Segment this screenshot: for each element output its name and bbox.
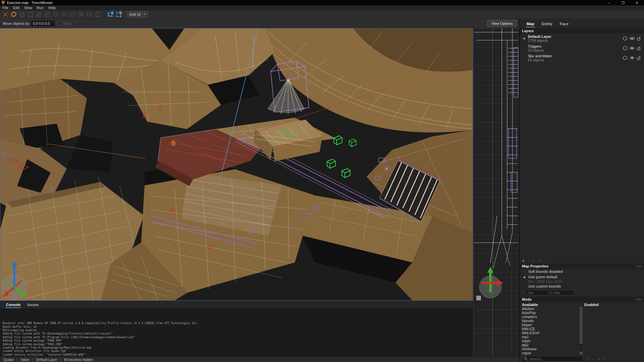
edge-tool-icon[interactable]	[35, 11, 43, 18]
radio-icon[interactable]	[523, 270, 526, 273]
map-properties-hide-link[interactable]: hide	[635, 264, 642, 268]
layer-row-triggers[interactable]: Triggers 33 objects	[520, 43, 644, 53]
close-button[interactable]: ✕	[630, 0, 644, 5]
eye-icon[interactable]	[630, 37, 635, 40]
mod-item[interactable]: rerelease	[522, 347, 579, 351]
2d-side-view[interactable]	[474, 28, 519, 357]
mod-item[interactable]: limjam	[522, 323, 579, 327]
remove-layer-button[interactable]: −	[527, 258, 529, 263]
layer-name: Triggers	[528, 44, 544, 48]
mod-item[interactable]: hipnotic	[522, 319, 579, 323]
mod-item[interactable]: rogue	[522, 351, 579, 355]
layers-title: Layers	[522, 29, 534, 33]
move-mod-down-button[interactable]: ▼	[603, 357, 606, 361]
3d-viewport[interactable]	[0, 28, 473, 301]
search-box[interactable]	[522, 356, 583, 362]
available-mods-list[interactable]: AlkalineAutoPlaycompilershipnoticlimjamM…	[522, 307, 579, 355]
enabled-mods-list[interactable]	[584, 307, 641, 355]
lock-open-icon[interactable]	[637, 46, 641, 50]
move-layer-up-button[interactable]: ▲	[533, 258, 535, 263]
mod-item[interactable]: AutoPlay	[522, 311, 579, 315]
console-line: Adding file system path "H:/Quakemapping…	[3, 332, 473, 336]
mod-item[interactable]: qbj2	[522, 343, 579, 347]
mod-item[interactable]: MALICE	[522, 327, 579, 331]
inspector-tabs: Map Entity Face	[520, 19, 644, 28]
map-properties-header: Map Properties hide	[520, 263, 644, 269]
lock-open-icon[interactable]	[637, 36, 641, 41]
status-separator: |	[60, 358, 61, 362]
shear-tool-icon[interactable]	[69, 11, 76, 18]
mod-item[interactable]: mg1	[522, 335, 579, 339]
menu-view[interactable]: View	[24, 6, 32, 10]
tab-entity[interactable]: Entity	[539, 20, 555, 28]
minimize-button[interactable]: –	[602, 0, 616, 5]
max-bounds-input[interactable]	[551, 290, 574, 295]
layer-row-sky-water[interactable]: Sky and Water 69 objects	[520, 53, 644, 63]
search-icon	[524, 357, 528, 361]
enabled-mods-label: Enabled	[584, 303, 599, 307]
scroll-down-icon[interactable]: ▼	[580, 351, 583, 355]
use-game-default-option[interactable]: Use game default	[520, 274, 644, 280]
flip-horizontal-icon[interactable]	[86, 11, 93, 18]
move-objects-input[interactable]	[31, 21, 55, 26]
grid-size-label: Grid 16	[129, 12, 141, 16]
flip-vertical-icon[interactable]	[94, 11, 101, 18]
uv-lock-icon[interactable]	[115, 11, 123, 18]
clip-tool-icon[interactable]	[18, 11, 26, 18]
min-bounds-input[interactable]	[526, 290, 549, 295]
vertex-tool-icon[interactable]	[27, 11, 34, 18]
mod-item[interactable]: compilers	[522, 315, 579, 319]
eye-icon[interactable]	[630, 46, 635, 50]
face-tool-icon[interactable]	[44, 11, 51, 18]
menu-edit[interactable]: Edit	[13, 6, 19, 10]
menu-bar: File Edit View Run Help	[0, 5, 644, 10]
lock-open-icon[interactable]	[637, 56, 641, 60]
mods-search-input[interactable]	[529, 357, 581, 361]
enable-mod-button[interactable]: +	[586, 357, 588, 361]
tab-map[interactable]: Map	[524, 20, 537, 28]
2d-side-view-scene	[474, 28, 519, 357]
omit-circle-icon[interactable]	[623, 46, 627, 50]
console-log[interactable]: Renderer info: AMD Radeon RX 7800 XT ver…	[0, 308, 473, 360]
mod-item[interactable]: Alkaline	[522, 307, 579, 311]
use-custom-bounds-option[interactable]: Use custom bounds	[520, 284, 644, 289]
mods-scrollbar[interactable]: ▲ ▼	[579, 307, 583, 355]
grid-size-dropdown[interactable]: Grid 16 ▼	[127, 11, 148, 17]
soft-bounds-disabled-option[interactable]: Soft bounds disabled	[520, 269, 644, 274]
mods-hide-link[interactable]: hide	[635, 297, 642, 301]
radio-icon[interactable]	[523, 285, 526, 288]
mod-item[interactable]: MALICEref	[522, 331, 579, 335]
selection-tool-icon[interactable]	[2, 11, 9, 18]
duplicate-icon[interactable]	[77, 11, 85, 18]
trenchbroom-window: Exercise.map - TrenchBroom – ❐ ✕ File Ed…	[0, 0, 644, 362]
move-layer-down-button[interactable]: ▼	[538, 258, 541, 263]
rotate-tool-icon[interactable]	[52, 11, 59, 18]
radio-checked-icon[interactable]	[523, 276, 526, 279]
tab-issues[interactable]: Issues	[24, 302, 41, 308]
layer-name: Sky and Water	[528, 54, 552, 58]
omit-circle-icon[interactable]	[623, 56, 627, 60]
scrollbar-thumb[interactable]	[580, 311, 582, 344]
mods-column-headers: Available Enabled	[520, 302, 644, 307]
menu-run[interactable]: Run	[37, 6, 43, 10]
move-mod-up-button[interactable]: ▲	[597, 357, 600, 361]
brush-tool-icon[interactable]	[10, 11, 17, 18]
texture-lock-icon[interactable]	[107, 11, 114, 18]
restore-button[interactable]: ❐	[616, 0, 630, 5]
scale-tool-icon[interactable]	[60, 11, 68, 18]
disable-mod-button[interactable]: −	[592, 357, 594, 361]
menu-file[interactable]: File	[2, 6, 8, 10]
scroll-up-icon[interactable]: ▲	[580, 307, 583, 310]
apply-button[interactable]: Apply	[57, 21, 77, 26]
eye-closed-icon[interactable]	[630, 56, 635, 60]
menu-help[interactable]: Help	[48, 6, 56, 10]
view-options-button[interactable]: View Options	[487, 20, 517, 26]
tab-console[interactable]: Console	[3, 302, 23, 308]
layer-count: 69 objects	[528, 58, 552, 62]
omit-circle-icon[interactable]	[623, 36, 627, 41]
add-layer-button[interactable]: +	[522, 258, 524, 263]
mod-item[interactable]: mjam	[522, 339, 579, 343]
tab-face[interactable]: Face	[557, 20, 571, 28]
trenchbroom-logo-icon	[1, 1, 5, 5]
layer-row-default[interactable]: Default Layer 1709 objects	[520, 34, 644, 43]
